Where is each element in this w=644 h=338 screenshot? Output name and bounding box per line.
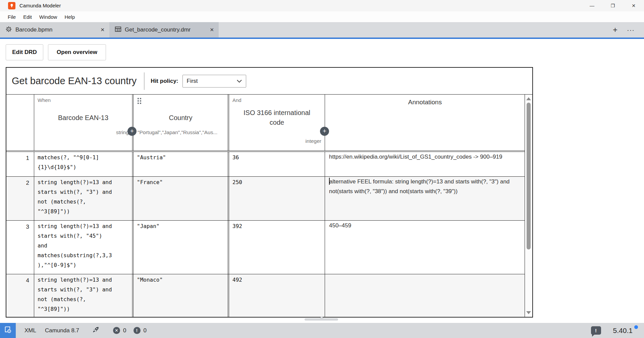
input-cell[interactable]: matches(?, "^9[0-1] {1}\d{10}$") — [34, 152, 132, 176]
tab-barcode-bpmn[interactable]: Barcode.bpmn ✕ — [0, 22, 109, 38]
output-country-name: Country — [137, 106, 224, 129]
error-count: 0 — [123, 327, 126, 334]
input-cell[interactable]: string length(?)=13 and starts with(?, "… — [34, 177, 132, 220]
row-number[interactable]: 4 — [6, 274, 34, 317]
warning-count: 0 — [144, 327, 147, 334]
execution-platform-button[interactable]: Camunda 8.7 — [45, 327, 79, 334]
open-overview-button[interactable]: Open overview — [48, 44, 106, 60]
iso-code-cell[interactable]: 392 — [228, 221, 325, 274]
input-column-name: Barcode EAN-13 — [38, 106, 129, 129]
annotation-cell[interactable]: https://en.wikipedia.org/wiki/List_of_GS… — [325, 152, 525, 176]
vertical-scrollbar[interactable] — [525, 95, 532, 317]
input-cell[interactable]: string length(?)=13 and starts with(?, "… — [34, 274, 132, 317]
edit-drd-button[interactable]: Edit DRD — [6, 44, 43, 60]
country-cell[interactable]: "France" — [132, 177, 228, 220]
iso-code-cell[interactable]: 492 — [228, 274, 325, 317]
input-column-type: string — [38, 129, 129, 135]
row-number[interactable]: 2 — [6, 177, 34, 220]
table-row: 3 string length(?)=13 and starts with(?,… — [6, 221, 532, 274]
scrollbar-thumb[interactable] — [527, 103, 531, 249]
warning-icon: ! — [133, 327, 141, 334]
country-cell[interactable]: "Monaco" — [132, 274, 228, 317]
scroll-up-arrow[interactable] — [526, 97, 531, 100]
deploy-button[interactable] — [92, 326, 100, 335]
decision-table-title-row: Get barcode EAN-13 country Hit policy: F… — [6, 68, 532, 95]
status-bar: XML Camunda 8.7 ✕ 0 ! 0 ! 5.40.1 — [0, 323, 644, 338]
output-country-column-header[interactable]: Country "Portugal","Japan","Russia","Aus… — [132, 95, 228, 151]
menu-edit[interactable]: Edit — [19, 13, 36, 21]
add-column-button[interactable]: + — [320, 127, 329, 136]
row-number[interactable]: 3 — [6, 221, 34, 274]
output-iso-column-header[interactable]: And ISO 3166 international code integer — [228, 95, 325, 151]
rocket-icon — [92, 326, 100, 335]
table-row: 4 string length(?)=13 and starts with(?,… — [6, 274, 532, 317]
tab-bar: Barcode.bpmn ✕ Get_barcode_country.dmr ✕… — [0, 22, 644, 38]
tab-close-icon[interactable]: ✕ — [100, 27, 105, 33]
country-cell[interactable]: "Japan" — [132, 221, 228, 274]
menu-window[interactable]: Window — [36, 13, 61, 21]
menu-bar: File Edit Window Help — [0, 11, 644, 22]
iso-code-cell[interactable]: 250 — [228, 177, 325, 220]
horizontal-scroll-handle[interactable] — [305, 318, 338, 321]
new-tab-button[interactable]: + — [613, 26, 618, 34]
table-row: 1 matches(?, "^9[0-1] {1}\d{10}$") "Aust… — [6, 152, 532, 177]
active-tab-accent-line — [0, 38, 644, 39]
hit-policy-value: First — [187, 78, 237, 84]
modeler-settings-button[interactable] — [0, 323, 16, 338]
scroll-down-arrow[interactable] — [526, 311, 531, 314]
decision-table-header: When Barcode EAN-13 string Country "Port… — [6, 95, 532, 152]
add-column-button[interactable]: + — [127, 127, 137, 136]
camunda-logo-icon — [8, 2, 15, 9]
drag-handle-icon[interactable] — [138, 98, 141, 104]
annotation-cell[interactable] — [325, 274, 525, 317]
file-gear-icon — [4, 326, 12, 336]
output-iso-name: ISO 3166 international code — [232, 106, 321, 129]
bpmn-gear-icon — [5, 26, 12, 34]
update-available-dot — [634, 325, 638, 329]
close-button[interactable]: ✕ — [623, 0, 644, 11]
version-label: 5.40.1 — [613, 327, 638, 335]
table-row: 2 string length(?)=13 and starts with(?,… — [6, 177, 532, 221]
annotations-label: Annotations — [328, 97, 522, 106]
tab-overflow-button[interactable]: ··· — [627, 26, 635, 34]
input-column-header[interactable]: When Barcode EAN-13 string — [34, 95, 132, 151]
window-title: Camunda Modeler — [19, 3, 61, 8]
restore-button[interactable]: ❐ — [602, 0, 623, 11]
country-cell[interactable]: "Austria" — [132, 152, 228, 176]
annotation-cell[interactable]: alternative FEEL formula: string length(… — [325, 177, 525, 220]
problems-indicator[interactable]: ✕ 0 ! 0 — [113, 327, 147, 334]
output-country-values: "Portugal","Japan","Russia","Aus... — [137, 129, 224, 135]
menu-file[interactable]: File — [4, 13, 19, 21]
chevron-down-icon — [237, 78, 242, 84]
tab-close-icon[interactable]: ✕ — [210, 27, 214, 33]
output-iso-type: integer — [232, 138, 321, 144]
tab-label: Barcode.bpmn — [15, 26, 98, 33]
hit-policy-select[interactable]: First — [182, 75, 246, 88]
output-and-label: And — [232, 97, 321, 106]
tab-label: Get_barcode_country.dmr — [125, 26, 207, 33]
dmn-table-icon — [115, 26, 121, 34]
minimize-button[interactable]: — — [582, 0, 602, 11]
menu-help[interactable]: Help — [61, 13, 78, 21]
tab-get-barcode-country-dmn[interactable]: Get_barcode_country.dmr ✕ — [109, 22, 219, 38]
iso-code-cell[interactable]: 36 — [228, 152, 325, 176]
title-divider — [144, 72, 145, 90]
xml-view-toggle[interactable]: XML — [24, 327, 36, 334]
feedback-icon[interactable]: ! — [591, 326, 601, 335]
error-icon: ✕ — [113, 327, 120, 334]
annotation-cell[interactable]: 450–459 — [325, 221, 525, 274]
input-when-label: When — [38, 97, 129, 106]
decision-table-name[interactable]: Get barcode EAN-13 country — [12, 75, 137, 87]
hit-policy-label: Hit policy: — [151, 78, 178, 84]
decision-table: Get barcode EAN-13 country Hit policy: F… — [6, 67, 533, 318]
annotations-column-header[interactable]: Annotations — [325, 95, 525, 151]
title-bar: Camunda Modeler — ❐ ✕ — [0, 0, 644, 11]
row-number[interactable]: 1 — [6, 152, 34, 176]
input-cell[interactable]: string length(?)=13 and starts with(?, "… — [34, 221, 132, 274]
header-corner-cell — [6, 95, 34, 151]
